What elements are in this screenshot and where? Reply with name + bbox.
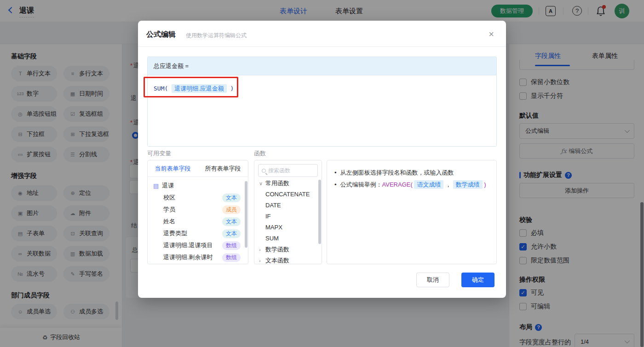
variable-item[interactable]: 退课明细.退课项目数组: [148, 239, 248, 251]
variable-item[interactable]: 退课明细.剩余课时数组: [148, 251, 248, 263]
type-badge: 文本: [222, 229, 241, 238]
formula-function-open: SUM(: [154, 85, 168, 92]
variables-tabs: 当前表单字段 所有表单字段: [148, 160, 248, 177]
example-function-open: AVERAGE(: [382, 181, 413, 188]
close-icon[interactable]: ×: [486, 29, 497, 40]
formula-input-area[interactable]: SUM( 退课明细.应退金额 ): [148, 75, 496, 147]
example-chip: 数学成绩: [453, 180, 483, 189]
type-badge: 数组: [222, 253, 241, 262]
group-math-functions[interactable]: ›数学函数: [254, 244, 322, 255]
type-badge: 文本: [222, 193, 241, 202]
formula-function-close: ): [230, 85, 234, 92]
confirm-button[interactable]: 确定: [461, 273, 494, 287]
variables-label: 可用变量: [147, 149, 171, 158]
variables-scrollbar[interactable]: [245, 181, 247, 248]
type-badge: 成员: [222, 205, 241, 214]
tab-all-form-fields[interactable]: 所有表单字段: [198, 165, 248, 173]
functions-scrollbar[interactable]: [318, 180, 321, 244]
dialog-title: 公式编辑: [146, 30, 176, 40]
variable-item[interactable]: 姓名文本: [148, 216, 248, 228]
group-text-functions[interactable]: ›文本函数: [254, 255, 322, 264]
form-doc-icon: ▤: [153, 182, 159, 189]
variable-item[interactable]: 校区文本: [148, 192, 248, 204]
dialog-subtitle: 使用数学运算符编辑公式: [186, 32, 247, 40]
function-item[interactable]: MAPX: [254, 222, 322, 233]
type-badge: 文本: [222, 217, 241, 226]
functions-label: 函数: [254, 149, 266, 158]
formula-target-field: 总应退金额 =: [148, 57, 496, 75]
help-line-2: • 公式编辑举例：AVERAGE( 语文成绩 ， 数学成绩 ): [334, 179, 489, 191]
tab-current-form-fields[interactable]: 当前表单字段: [148, 165, 198, 173]
chevron-collapsed-icon: ›: [259, 247, 263, 252]
formula-variable-chip[interactable]: 退课明细.应退金额: [172, 84, 227, 93]
variables-panel: 当前表单字段 所有表单字段 ▤ 退课 校区文本 学员成员 姓名文本 退费类型文本…: [147, 160, 248, 264]
function-item[interactable]: IF: [254, 211, 322, 222]
example-function-close: ): [484, 181, 486, 188]
function-item[interactable]: DATE: [254, 200, 322, 211]
cancel-button[interactable]: 取消: [416, 273, 449, 287]
function-item[interactable]: CONCATENATE: [254, 189, 322, 200]
tree-root-form[interactable]: ▤ 退课: [148, 180, 248, 192]
formula-edit-dialog: 公式编辑 使用数学运算符编辑公式 × 总应退金额 = SUM( 退课明细.应退金…: [138, 21, 506, 298]
search-icon: [262, 169, 266, 173]
functions-tree: ∨常用函数 CONCATENATE DATE IF MAPX SUM ›数学函数…: [254, 178, 322, 264]
function-item[interactable]: SUM: [254, 233, 322, 244]
formula-help-panel: •从左侧面板选择字段名和函数，或输入函数 • 公式编辑举例：AVERAGE( 语…: [327, 160, 497, 264]
function-search-box[interactable]: [258, 164, 318, 177]
chevron-expanded-icon: ∨: [259, 181, 263, 187]
variable-item[interactable]: 退费类型文本: [148, 228, 248, 239]
function-search-input[interactable]: [268, 167, 310, 174]
formula-editor: 总应退金额 = SUM( 退课明细.应退金额 ): [147, 57, 497, 147]
dialog-header: 公式编辑 使用数学运算符编辑公式 ×: [138, 21, 506, 47]
variable-item[interactable]: 学员成员: [148, 204, 248, 216]
variables-tree: ▤ 退课 校区文本 学员成员 姓名文本 退费类型文本 退课明细.退课项目数组 退…: [148, 177, 248, 263]
functions-panel: ∨常用函数 CONCATENATE DATE IF MAPX SUM ›数学函数…: [254, 160, 322, 264]
type-badge: 数组: [222, 241, 241, 250]
example-chip: 语文成绩: [414, 180, 443, 189]
help-line-1: •从左侧面板选择字段名和函数，或输入函数: [334, 167, 489, 179]
group-common-functions[interactable]: ∨常用函数: [254, 178, 322, 189]
chevron-collapsed-icon: ›: [259, 258, 263, 263]
